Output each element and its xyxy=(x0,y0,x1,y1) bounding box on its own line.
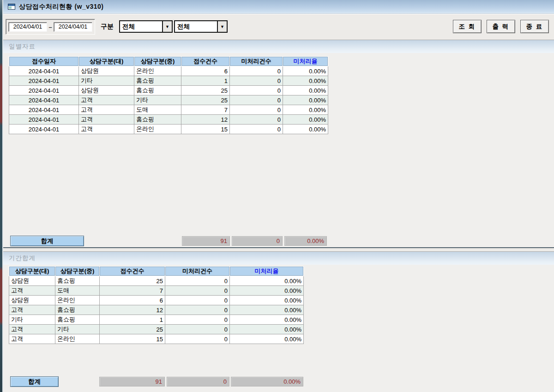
table-row[interactable]: 상담원홈쇼핑2500.00% xyxy=(9,276,304,286)
column-header-received: 접수건수 xyxy=(100,267,165,276)
table-cell: 고객 xyxy=(9,305,55,315)
table-cell: 온라인 xyxy=(134,66,181,76)
chevron-down-icon[interactable]: ▼ xyxy=(162,21,172,32)
table-cell: 0 xyxy=(230,86,283,95)
daily-section-title: 일별자료 xyxy=(9,42,36,51)
table-cell: 2024-04-01 xyxy=(9,125,79,134)
date-range-group: 2024/04/01 – 2024/04/01 xyxy=(6,19,95,35)
table-cell: 6 xyxy=(181,66,230,76)
table-cell: 기타 xyxy=(55,325,100,334)
table-cell: 0 xyxy=(230,76,283,86)
column-header-received: 접수건수 xyxy=(181,57,230,66)
table-cell: 0 xyxy=(165,305,230,315)
daily-section-bar: 일별자료 xyxy=(3,40,554,53)
table-cell: 상담원 xyxy=(79,86,134,95)
table-cell: 홈쇼핑 xyxy=(55,276,100,286)
table-cell: 1 xyxy=(181,76,230,86)
period-total-button[interactable]: 합계 xyxy=(10,376,59,387)
table-cell: 온라인 xyxy=(55,334,100,344)
table-cell: 0 xyxy=(230,105,283,115)
table-cell: 0.00% xyxy=(230,315,304,325)
table-cell: 홈쇼핑 xyxy=(55,315,100,325)
table-cell: 25 xyxy=(100,276,165,286)
table-cell: 2024-04-01 xyxy=(9,115,79,125)
table-cell: 2024-04-01 xyxy=(9,66,79,76)
table-cell: 고객 xyxy=(9,325,55,334)
table-cell: 0 xyxy=(230,115,283,125)
table-cell: 0.00% xyxy=(230,334,304,344)
column-header-date: 접수일자 xyxy=(9,57,79,66)
column-header-minor: 상담구분(중) xyxy=(134,57,181,66)
table-cell: 0 xyxy=(230,95,283,105)
window-title: 상담접수처리현황 (w_v310) xyxy=(19,3,104,11)
table-row[interactable]: 고객홈쇼핑1200.00% xyxy=(9,305,304,315)
column-header-major: 상담구분(대) xyxy=(9,267,55,276)
period-table: 상담구분(대) 상담구분(중) 접수건수 미처리건수 미처리율 상담원홈쇼핑25… xyxy=(9,266,304,344)
title-bar: 상담접수처리현황 (w_v310) xyxy=(3,0,554,14)
table-cell: 0.00% xyxy=(230,276,304,286)
table-cell: 고객 xyxy=(79,95,134,105)
table-cell: 상담원 xyxy=(79,66,134,76)
table-cell: 고객 xyxy=(79,105,134,115)
column-header-unprocessed: 미처리건수 xyxy=(230,57,283,66)
category-major-select[interactable]: 전체 ▼ xyxy=(119,20,173,33)
table-cell: 고객 xyxy=(9,334,55,344)
table-cell: 0 xyxy=(165,296,230,305)
table-cell: 상담원 xyxy=(9,296,55,305)
daily-total-rate: 0.00% xyxy=(284,236,327,246)
table-cell: 도매 xyxy=(55,286,100,296)
date-to-input[interactable]: 2024/04/01 xyxy=(54,22,92,32)
table-row[interactable]: 2024-04-01상담원홈쇼핑2500.00% xyxy=(9,86,328,95)
table-cell: 온라인 xyxy=(134,125,181,134)
table-cell: 홈쇼핑 xyxy=(134,76,181,86)
period-total-received: 91 xyxy=(99,377,165,386)
daily-total-button[interactable]: 합계 xyxy=(10,236,84,246)
table-cell: 0 xyxy=(165,276,230,286)
table-row[interactable]: 2024-04-01고객기타2500.00% xyxy=(9,95,328,105)
table-cell: 0 xyxy=(165,334,230,344)
column-header-major: 상담구분(대) xyxy=(79,57,134,66)
date-from-input[interactable]: 2024/04/01 xyxy=(8,22,47,32)
period-total-rate: 0.00% xyxy=(231,377,303,386)
table-cell: 홈쇼핑 xyxy=(134,86,181,95)
table-row[interactable]: 2024-04-01고객도매700.00% xyxy=(9,105,328,115)
daily-total-unprocessed: 0 xyxy=(232,236,283,246)
table-row[interactable]: 고객온라인1500.00% xyxy=(9,334,304,344)
table-cell: 기타 xyxy=(79,76,134,86)
table-cell: 0 xyxy=(230,66,283,76)
chevron-down-icon[interactable]: ▼ xyxy=(217,21,227,32)
table-row[interactable]: 고객기타2500.00% xyxy=(9,325,304,334)
table-cell: 기타 xyxy=(134,95,181,105)
table-row[interactable]: 2024-04-01기타홈쇼핑100.00% xyxy=(9,76,328,86)
search-button[interactable]: 조 회 xyxy=(453,20,482,33)
period-total-unprocessed: 0 xyxy=(167,377,229,386)
table-cell: 0.00% xyxy=(230,325,304,334)
table-cell: 0.00% xyxy=(283,95,328,105)
table-cell: 0.00% xyxy=(283,105,328,115)
table-row[interactable]: 고객도매700.00% xyxy=(9,286,304,296)
table-cell: 고객 xyxy=(79,115,134,125)
table-cell: 7 xyxy=(100,286,165,296)
daily-total-received: 91 xyxy=(182,236,230,246)
table-row[interactable]: 2024-04-01고객홈쇼핑1200.00% xyxy=(9,115,328,125)
table-cell: 2024-04-01 xyxy=(9,95,79,105)
daily-data-panel: 일별자료 접수일자 상담구분(대) 상담구분(중) 접수건수 미처리건수 미처리… xyxy=(3,40,554,248)
table-row[interactable]: 2024-04-01고객온라인1500.00% xyxy=(9,125,328,134)
print-button[interactable]: 출 력 xyxy=(487,20,515,33)
table-cell: 홈쇼핑 xyxy=(55,305,100,315)
table-row[interactable]: 상담원온라인600.00% xyxy=(9,296,304,305)
table-cell: 0.00% xyxy=(283,115,328,125)
table-cell: 7 xyxy=(181,105,230,115)
table-cell: 2024-04-01 xyxy=(9,86,79,95)
table-cell: 상담원 xyxy=(9,276,55,286)
table-cell: 0.00% xyxy=(230,286,304,296)
category-minor-select[interactable]: 전체 ▼ xyxy=(174,20,228,33)
category-minor-value: 전체 xyxy=(175,23,217,31)
table-cell: 0 xyxy=(230,125,283,134)
table-row[interactable]: 2024-04-01상담원온라인600.00% xyxy=(9,66,328,76)
close-button[interactable]: 종 료 xyxy=(520,20,549,33)
table-row[interactable]: 기타홈쇼핑100.00% xyxy=(9,315,304,325)
window-icon xyxy=(8,4,15,10)
daily-header-row: 접수일자 상담구분(대) 상담구분(중) 접수건수 미처리건수 미처리율 xyxy=(9,57,328,66)
table-cell: 0.00% xyxy=(230,305,304,315)
